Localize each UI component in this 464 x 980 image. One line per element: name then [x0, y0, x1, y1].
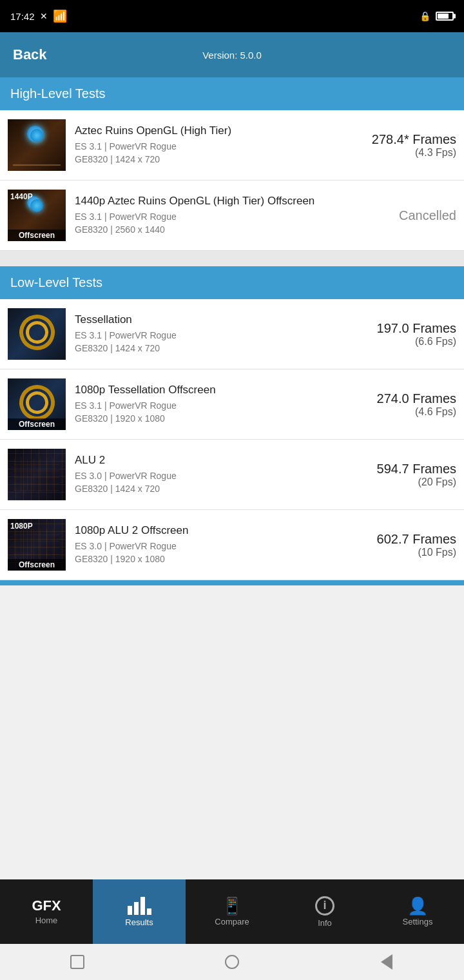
status-bar: 17:42 ✕ 📶 🔒 [0, 0, 464, 32]
res-label-1440p: 1440P [10, 192, 33, 201]
test-meta-aztec-2: GE8320 | 1424 x 720 [75, 153, 360, 166]
test-thumb-aztec [8, 119, 66, 171]
test-result-tess: 197.0 Frames (6.6 Fps) [360, 321, 456, 348]
test-name-aztec: Aztec Ruins OpenGL (High Tier) [75, 124, 360, 138]
result-fps-alu2-1080p: (10 Fps) [360, 547, 456, 558]
test-info-aztec-1440p: 1440p Aztec Ruins OpenGL (High Tier) Off… [75, 194, 360, 236]
section-divider [0, 251, 464, 266]
nav-item-home[interactable]: GFX Home [0, 879, 93, 944]
result-fps-tess-1080p: (4.6 Fps) [360, 406, 456, 418]
bottom-nav: GFX Home Results 📱 Compare i Info 👤 Sett… [0, 879, 464, 944]
bottom-strip [0, 580, 464, 585]
square-icon [70, 955, 84, 969]
nav-item-settings[interactable]: 👤 Settings [371, 879, 464, 944]
version-text: Version: 5.0.0 [202, 50, 262, 61]
test-info-tess: Tessellation ES 3.1 | PowerVR Rogue GE83… [75, 313, 360, 355]
nav-recents-button[interactable] [374, 949, 400, 975]
wifi-icon: 📶 [53, 9, 67, 23]
thumb-image-aztec [8, 119, 66, 171]
test-name-alu2: ALU 2 [75, 453, 360, 467]
nav-label-compare: Compare [215, 917, 249, 926]
x-icon: ✕ [40, 11, 48, 21]
test-meta-tess-1080p-2: GE8320 | 1920 x 1080 [75, 413, 360, 426]
test-item-alu2[interactable]: ALU 2 ES 3.0 | PowerVR Rogue GE8320 | 14… [0, 440, 464, 510]
info-icon: i [315, 896, 334, 916]
result-fps-aztec: (4.3 Fps) [360, 147, 456, 159]
test-name-alu2-1080p: 1080p ALU 2 Offscreen [75, 524, 360, 538]
test-item-tess[interactable]: Tessellation ES 3.1 | PowerVR Rogue GE83… [0, 299, 464, 369]
test-item-tess-1080p[interactable]: Offscreen 1080p Tessellation Offscreen E… [0, 369, 464, 440]
nav-item-results[interactable]: Results [93, 879, 186, 944]
test-thumb-aztec-1440p: 1440P Offscreen [8, 190, 66, 241]
thumb-image-tess-1080p: Offscreen [8, 378, 66, 430]
test-result-alu2-1080p: 602.7 Frames (10 Fps) [360, 532, 456, 558]
nav-label-info: Info [318, 918, 332, 928]
test-result-aztec-1440p: Cancelled [360, 208, 456, 223]
lock-icon: 🔒 [420, 11, 430, 21]
time: 17:42 [10, 11, 35, 22]
back-button[interactable]: Back [13, 46, 47, 63]
status-left: 17:42 ✕ 📶 [10, 9, 67, 23]
triangle-icon [381, 954, 392, 970]
status-right: 🔒 [420, 11, 454, 21]
res-label-alu2-1080p: 1080P [10, 522, 33, 531]
test-name-tess-1080p: 1080p Tessellation Offscreen [75, 383, 360, 397]
test-meta-alu2-2: GE8320 | 1424 x 720 [75, 483, 360, 496]
offscreen-label-1440p: Offscreen [8, 230, 66, 241]
test-info-tess-1080p: 1080p Tessellation Offscreen ES 3.1 | Po… [75, 383, 360, 425]
result-frames-alu2: 594.7 Frames [360, 462, 456, 476]
nav-back-button[interactable] [219, 949, 245, 975]
thumb-image-aztec-1440p: 1440P Offscreen [8, 190, 66, 241]
result-fps-alu2: (20 Fps) [360, 476, 456, 488]
thumb-image-alu2 [8, 449, 66, 500]
nav-label-settings: Settings [403, 917, 433, 926]
test-result-tess-1080p: 274.0 Frames (4.6 Fps) [360, 391, 456, 418]
test-meta-tess-1080p-1: ES 3.1 | PowerVR Rogue [75, 400, 360, 413]
test-thumb-tess [8, 308, 66, 360]
test-meta-aztec-1440p-2: GE8320 | 2560 x 1440 [75, 224, 360, 237]
test-thumb-alu2 [8, 449, 66, 500]
test-meta-tess-1: ES 3.1 | PowerVR Rogue [75, 329, 360, 342]
section-header-high: High-Level Tests [0, 77, 464, 110]
test-thumb-alu2-1080p: 1080P Offscreen [8, 519, 66, 571]
sys-nav [0, 944, 464, 980]
test-result-alu2: 594.7 Frames (20 Fps) [360, 462, 456, 488]
gfx-logo-icon: GFX [32, 899, 61, 913]
test-thumb-tess-1080p: Offscreen [8, 378, 66, 430]
result-frames-tess: 197.0 Frames [360, 321, 456, 336]
battery-icon [436, 12, 454, 21]
result-frames-aztec: 278.4* Frames [360, 132, 456, 147]
test-item-aztec-1440p[interactable]: 1440P Offscreen 1440p Aztec Ruins OpenGL… [0, 181, 464, 251]
test-meta-aztec-1440p-1: ES 3.1 | PowerVR Rogue [75, 211, 360, 224]
content: High-Level Tests Aztec Ruins OpenGL (Hig… [0, 77, 464, 689]
section-title-high: High-Level Tests [10, 86, 105, 101]
nav-item-info[interactable]: i Info [278, 879, 371, 944]
result-fps-tess: (6.6 Fps) [360, 336, 456, 348]
circle-icon [225, 955, 239, 969]
test-info-alu2-1080p: 1080p ALU 2 Offscreen ES 3.0 | PowerVR R… [75, 524, 360, 565]
result-frames-tess-1080p: 274.0 Frames [360, 391, 456, 406]
bar-chart-icon [128, 897, 151, 915]
offscreen-label-tess-1080p: Offscreen [8, 418, 66, 430]
nav-label-results: Results [125, 917, 153, 927]
thumb-image-alu2-1080p: 1080P Offscreen [8, 519, 66, 571]
section-title-low: Low-Level Tests [10, 275, 102, 289]
nav-home-button[interactable] [64, 949, 90, 975]
test-item-alu2-1080p[interactable]: 1080P Offscreen 1080p ALU 2 Offscreen ES… [0, 510, 464, 580]
phone-icon: 📱 [222, 897, 242, 914]
test-name-tess: Tessellation [75, 313, 360, 327]
test-meta-alu2-1080p-1: ES 3.0 | PowerVR Rogue [75, 540, 360, 553]
thumb-image-tess [8, 308, 66, 360]
header: Back Version: 5.0.0 [0, 32, 464, 77]
offscreen-label-alu2-1080p: Offscreen [8, 559, 66, 571]
test-info-aztec: Aztec Ruins OpenGL (High Tier) ES 3.1 | … [75, 124, 360, 166]
nav-label-home: Home [35, 916, 58, 925]
test-meta-alu2-1: ES 3.0 | PowerVR Rogue [75, 470, 360, 483]
nav-item-compare[interactable]: 📱 Compare [186, 879, 278, 944]
person-icon: 👤 [407, 897, 428, 914]
test-item-aztec-opengl[interactable]: Aztec Ruins OpenGL (High Tier) ES 3.1 | … [0, 110, 464, 181]
section-header-low: Low-Level Tests [0, 266, 464, 299]
result-frames-alu2-1080p: 602.7 Frames [360, 532, 456, 547]
test-result-aztec: 278.4* Frames (4.3 Fps) [360, 132, 456, 159]
test-meta-tess-2: GE8320 | 1424 x 720 [75, 342, 360, 355]
